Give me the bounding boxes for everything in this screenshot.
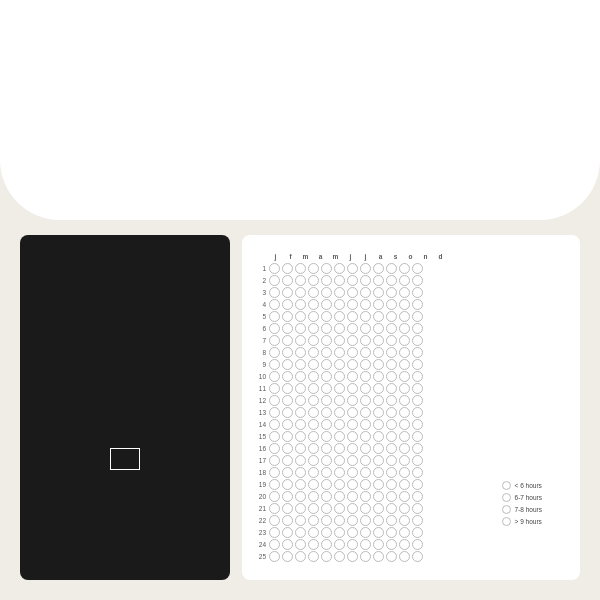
- sleep-circle[interactable]: [412, 491, 423, 502]
- sleep-circle[interactable]: [386, 491, 397, 502]
- sleep-circle[interactable]: [399, 359, 410, 370]
- sleep-circle[interactable]: [308, 335, 319, 346]
- sleep-circle[interactable]: [321, 455, 332, 466]
- sleep-circle[interactable]: [399, 491, 410, 502]
- sleep-circle[interactable]: [321, 395, 332, 406]
- sleep-circle[interactable]: [412, 443, 423, 454]
- sleep-circle[interactable]: [373, 395, 384, 406]
- sleep-circle[interactable]: [373, 335, 384, 346]
- sleep-circle[interactable]: [386, 395, 397, 406]
- sleep-circle[interactable]: [412, 407, 423, 418]
- sleep-circle[interactable]: [321, 551, 332, 562]
- sleep-circle[interactable]: [412, 503, 423, 514]
- sleep-circle[interactable]: [386, 299, 397, 310]
- sleep-circle[interactable]: [321, 287, 332, 298]
- sleep-circle[interactable]: [334, 347, 345, 358]
- sleep-circle[interactable]: [295, 383, 306, 394]
- sleep-circle[interactable]: [386, 503, 397, 514]
- sleep-circle[interactable]: [347, 491, 358, 502]
- sleep-circle[interactable]: [373, 263, 384, 274]
- sleep-circle[interactable]: [269, 347, 280, 358]
- sleep-circle[interactable]: [321, 503, 332, 514]
- sleep-circle[interactable]: [373, 431, 384, 442]
- sleep-circle[interactable]: [308, 419, 319, 430]
- sleep-circle[interactable]: [373, 419, 384, 430]
- sleep-circle[interactable]: [308, 491, 319, 502]
- sleep-circle[interactable]: [282, 431, 293, 442]
- sleep-circle[interactable]: [308, 503, 319, 514]
- sleep-circle[interactable]: [334, 467, 345, 478]
- sleep-circle[interactable]: [412, 515, 423, 526]
- sleep-circle[interactable]: [269, 551, 280, 562]
- sleep-circle[interactable]: [399, 551, 410, 562]
- sleep-circle[interactable]: [412, 347, 423, 358]
- sleep-circle[interactable]: [347, 539, 358, 550]
- sleep-circle[interactable]: [412, 539, 423, 550]
- sleep-circle[interactable]: [373, 515, 384, 526]
- sleep-circle[interactable]: [412, 419, 423, 430]
- sleep-circle[interactable]: [269, 431, 280, 442]
- sleep-circle[interactable]: [308, 275, 319, 286]
- sleep-circle[interactable]: [399, 515, 410, 526]
- sleep-circle[interactable]: [269, 467, 280, 478]
- sleep-circle[interactable]: [321, 527, 332, 538]
- sleep-circle[interactable]: [321, 407, 332, 418]
- sleep-circle[interactable]: [399, 335, 410, 346]
- sleep-circle[interactable]: [399, 467, 410, 478]
- sleep-circle[interactable]: [360, 407, 371, 418]
- sleep-circle[interactable]: [295, 467, 306, 478]
- sleep-circle[interactable]: [373, 551, 384, 562]
- sleep-circle[interactable]: [282, 419, 293, 430]
- sleep-circle[interactable]: [295, 347, 306, 358]
- sleep-circle[interactable]: [269, 419, 280, 430]
- sleep-circle[interactable]: [386, 335, 397, 346]
- sleep-circle[interactable]: [295, 431, 306, 442]
- sleep-circle[interactable]: [399, 479, 410, 490]
- sleep-circle[interactable]: [308, 539, 319, 550]
- sleep-circle[interactable]: [308, 467, 319, 478]
- sleep-circle[interactable]: [412, 395, 423, 406]
- sleep-circle[interactable]: [321, 467, 332, 478]
- sleep-circle[interactable]: [295, 443, 306, 454]
- sleep-circle[interactable]: [360, 371, 371, 382]
- sleep-circle[interactable]: [412, 467, 423, 478]
- sleep-circle[interactable]: [373, 287, 384, 298]
- sleep-circle[interactable]: [399, 503, 410, 514]
- sleep-circle[interactable]: [360, 311, 371, 322]
- sleep-circle[interactable]: [269, 275, 280, 286]
- sleep-circle[interactable]: [347, 323, 358, 334]
- sleep-circle[interactable]: [360, 551, 371, 562]
- sleep-circle[interactable]: [269, 503, 280, 514]
- sleep-circle[interactable]: [334, 479, 345, 490]
- sleep-circle[interactable]: [399, 287, 410, 298]
- sleep-circle[interactable]: [334, 407, 345, 418]
- sleep-circle[interactable]: [321, 383, 332, 394]
- sleep-circle[interactable]: [360, 275, 371, 286]
- sleep-circle[interactable]: [282, 455, 293, 466]
- sleep-circle[interactable]: [386, 539, 397, 550]
- sleep-circle[interactable]: [308, 287, 319, 298]
- sleep-circle[interactable]: [399, 263, 410, 274]
- sleep-circle[interactable]: [373, 407, 384, 418]
- sleep-circle[interactable]: [347, 359, 358, 370]
- sleep-circle[interactable]: [399, 383, 410, 394]
- sleep-circle[interactable]: [334, 383, 345, 394]
- sleep-circle[interactable]: [334, 275, 345, 286]
- sleep-circle[interactable]: [282, 299, 293, 310]
- sleep-circle[interactable]: [386, 311, 397, 322]
- sleep-circle[interactable]: [334, 443, 345, 454]
- sleep-circle[interactable]: [373, 479, 384, 490]
- sleep-circle[interactable]: [282, 479, 293, 490]
- sleep-circle[interactable]: [334, 371, 345, 382]
- sleep-circle[interactable]: [269, 263, 280, 274]
- sleep-circle[interactable]: [373, 455, 384, 466]
- sleep-circle[interactable]: [347, 515, 358, 526]
- sleep-circle[interactable]: [386, 515, 397, 526]
- sleep-circle[interactable]: [412, 551, 423, 562]
- sleep-circle[interactable]: [321, 479, 332, 490]
- sleep-circle[interactable]: [373, 371, 384, 382]
- sleep-circle[interactable]: [347, 287, 358, 298]
- sleep-circle[interactable]: [295, 395, 306, 406]
- sleep-circle[interactable]: [269, 371, 280, 382]
- sleep-circle[interactable]: [308, 263, 319, 274]
